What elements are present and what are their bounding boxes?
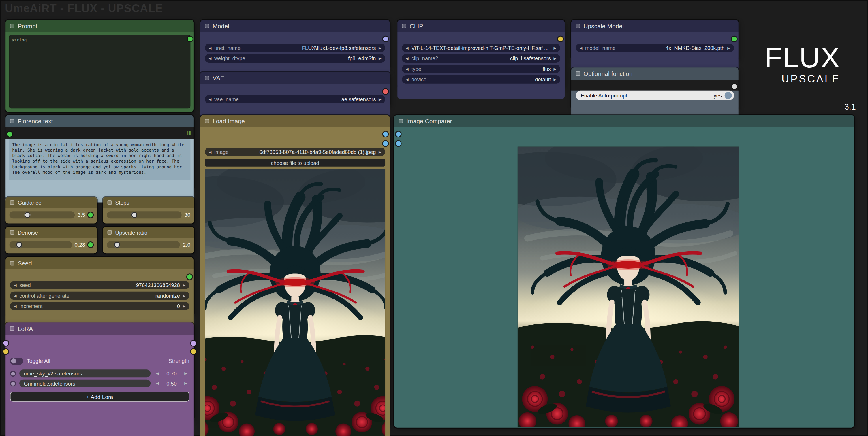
right-arrow-icon[interactable]: ▶ <box>554 56 557 61</box>
lora-strength-widget[interactable]: ◀ 0.70 ▶ <box>154 369 189 377</box>
increment-widget[interactable]: ◀ increment 0 ▶ <box>10 302 189 310</box>
left-arrow-icon[interactable]: ◀ <box>406 56 409 61</box>
toggle-all-switch[interactable] <box>10 358 23 364</box>
right-arrow-icon[interactable]: ▶ <box>554 77 557 81</box>
right-arrow-icon[interactable]: ▶ <box>184 371 187 375</box>
collapse-icon[interactable] <box>205 24 209 28</box>
input-port[interactable] <box>396 132 401 137</box>
seed-widget[interactable]: ◀ seed 976421306854928 ▶ <box>10 281 189 289</box>
clip-node-header[interactable]: CLIP <box>397 20 565 32</box>
steps-node-header[interactable]: Steps <box>103 197 194 208</box>
left-arrow-icon[interactable]: ◀ <box>156 371 159 375</box>
upscale-ratio-slider[interactable] <box>107 241 180 248</box>
lora-strength-widget[interactable]: ◀ 0.50 ▶ <box>154 379 189 387</box>
output-port[interactable] <box>88 242 93 247</box>
right-arrow-icon[interactable]: ▶ <box>183 293 185 298</box>
left-arrow-icon[interactable]: ◀ <box>406 45 409 50</box>
left-arrow-icon[interactable]: ◀ <box>14 293 17 298</box>
slider-knob[interactable] <box>24 212 30 218</box>
right-arrow-icon[interactable]: ▶ <box>554 67 557 71</box>
control-after-generate-widget[interactable]: ◀ control after generate randomize ▶ <box>10 292 189 300</box>
output-port[interactable] <box>191 341 196 345</box>
right-arrow-icon[interactable]: ▶ <box>379 149 381 154</box>
output-port[interactable] <box>187 274 192 279</box>
clip-name2-widget[interactable]: ◀ clip_name2 clip_l.safetensors ▶ <box>402 54 560 63</box>
right-arrow-icon[interactable]: ▶ <box>379 45 381 50</box>
weight-dtype-widget[interactable]: ◀ weight_dtype fp8_e4m3fn ▶ <box>205 54 385 63</box>
collapse-icon[interactable] <box>10 327 14 331</box>
output-port[interactable] <box>191 349 196 354</box>
compared-image[interactable] <box>518 147 739 427</box>
clip-type-widget[interactable]: ◀ type flux ▶ <box>402 65 560 73</box>
right-arrow-icon[interactable]: ▶ <box>183 283 185 287</box>
input-port[interactable] <box>3 341 8 345</box>
left-arrow-icon[interactable]: ◀ <box>580 45 583 50</box>
output-port[interactable] <box>188 37 193 41</box>
collapse-icon[interactable] <box>10 261 14 265</box>
image-comparer-node-header[interactable]: Image Comparer <box>394 115 854 127</box>
input-port[interactable] <box>3 349 8 354</box>
collapse-icon[interactable] <box>576 71 580 76</box>
left-arrow-icon[interactable]: ◀ <box>406 67 409 71</box>
lora-toggle-icon[interactable] <box>10 370 16 376</box>
load-image-node-header[interactable]: Load Image <box>200 115 390 127</box>
lora-name[interactable]: Grimmold.safetensors <box>19 379 151 387</box>
collapse-icon[interactable] <box>399 119 403 123</box>
lora-name[interactable]: ume_sky_v2.safetensors <box>19 369 151 377</box>
output-port[interactable] <box>383 89 388 94</box>
denoise-node-header[interactable]: Denoise <box>5 227 97 238</box>
output-port[interactable] <box>88 212 93 217</box>
vae-name-widget[interactable]: ◀ vae_name ae.safetensors ▶ <box>205 95 385 103</box>
toggle-knob-icon[interactable] <box>725 92 732 99</box>
collapse-icon[interactable] <box>205 76 209 80</box>
upscale-model-node-header[interactable]: Upscale Model <box>571 20 739 32</box>
lora-node-header[interactable]: LoRA <box>5 323 194 335</box>
collapse-icon[interactable] <box>107 230 112 235</box>
collapse-icon[interactable] <box>205 119 209 123</box>
model-node-header[interactable]: Model <box>200 20 390 32</box>
unet-name-widget[interactable]: ◀ unet_name FLUX\flux1-dev-fp8.safetenso… <box>205 44 385 52</box>
collapse-icon[interactable] <box>10 119 14 123</box>
left-arrow-icon[interactable]: ◀ <box>14 283 17 287</box>
output-port[interactable] <box>732 84 737 89</box>
left-arrow-icon[interactable]: ◀ <box>209 97 212 101</box>
right-arrow-icon[interactable]: ▶ <box>554 45 557 50</box>
collapse-icon[interactable] <box>402 24 406 28</box>
denoise-slider[interactable] <box>9 241 72 248</box>
steps-slider[interactable] <box>107 211 181 219</box>
prompt-node-header[interactable]: Prompt <box>5 20 194 32</box>
collapse-icon[interactable] <box>10 24 14 28</box>
right-arrow-icon[interactable]: ▶ <box>727 45 730 50</box>
clip-device-widget[interactable]: ◀ device default ▶ <box>402 75 560 83</box>
output-port[interactable] <box>383 141 388 146</box>
input-port[interactable] <box>396 141 401 146</box>
clip-name1-widget[interactable]: ◀ ViT-L-14-TEXT-detail-improved-hiT-GmP-… <box>402 44 560 52</box>
output-port[interactable] <box>558 37 563 41</box>
enable-auto-prompt-toggle[interactable]: Enable Auto-prompt yes <box>576 91 734 100</box>
output-port[interactable] <box>383 37 388 41</box>
grid-icon[interactable]: ▦ <box>187 131 191 135</box>
collapse-icon[interactable] <box>576 24 580 28</box>
prompt-textarea[interactable]: string <box>9 35 191 108</box>
vae-node-header[interactable]: VAE <box>200 72 390 84</box>
right-arrow-icon[interactable]: ▶ <box>184 381 187 385</box>
right-arrow-icon[interactable]: ▶ <box>183 304 185 308</box>
collapse-icon[interactable] <box>10 200 14 205</box>
florence-node-header[interactable]: Florence text <box>5 115 194 127</box>
image-file-widget[interactable]: ◀ image 6df73953-807a-4110-b4a9-5e0faded… <box>205 148 385 156</box>
optional-function-node-header[interactable]: Optionnal fonction <box>571 67 739 79</box>
left-arrow-icon[interactable]: ◀ <box>406 77 409 81</box>
collapse-icon[interactable] <box>10 230 14 235</box>
right-arrow-icon[interactable]: ▶ <box>379 56 381 61</box>
slider-knob[interactable] <box>131 212 137 218</box>
output-port[interactable] <box>732 37 737 41</box>
output-port[interactable] <box>383 132 388 137</box>
guidance-node-header[interactable]: Guidance <box>5 197 97 208</box>
left-arrow-icon[interactable]: ◀ <box>14 304 17 308</box>
seed-node-header[interactable]: Seed <box>5 257 194 269</box>
left-arrow-icon[interactable]: ◀ <box>209 45 212 50</box>
input-port[interactable] <box>7 132 12 137</box>
slider-knob[interactable] <box>114 242 120 248</box>
left-arrow-icon[interactable]: ◀ <box>156 381 159 385</box>
left-arrow-icon[interactable]: ◀ <box>209 56 212 61</box>
